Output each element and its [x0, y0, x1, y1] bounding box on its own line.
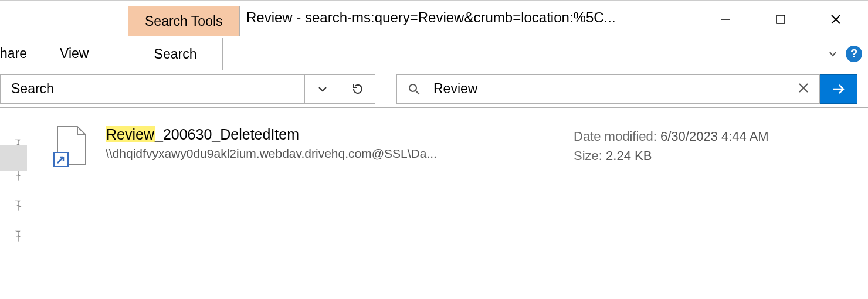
address-history-dropdown[interactable] [304, 75, 340, 103]
search-results: Review_200630_DeletedItem \\dhqidfvyxawy… [35, 108, 868, 299]
close-button[interactable] [808, 1, 863, 38]
ribbon-tab-view[interactable]: View [43, 38, 105, 70]
ribbon-tabs: hare View Search ? [0, 38, 868, 70]
result-name-column: Review_200630_DeletedItem \\dhqidfvyxawy… [106, 125, 557, 161]
size-value: 2.24 KB [606, 148, 652, 163]
ribbon-contextual-tab-label: Search Tools [145, 13, 223, 29]
result-filename: Review_200630_DeletedItem [106, 125, 557, 143]
body: Review_200630_DeletedItem \\dhqidfvyxawy… [0, 108, 868, 299]
search-go-button[interactable] [820, 74, 857, 104]
svg-point-4 [409, 84, 416, 91]
address-text[interactable]: Search [1, 75, 304, 103]
result-path: \\dhqidfvyxawy0du9akl2ium.webdav.drivehq… [106, 147, 557, 161]
search-icon [408, 83, 421, 96]
minimize-icon [720, 13, 731, 25]
search-input[interactable] [432, 80, 783, 97]
file-icon [53, 125, 89, 168]
help-button[interactable]: ? [846, 46, 862, 62]
close-icon [830, 13, 842, 25]
titlebar: Search Tools Review - search-ms:query=Re… [0, 1, 868, 38]
pin-icon [11, 229, 24, 242]
collapse-ribbon-button[interactable] [825, 46, 841, 62]
quick-access-pin[interactable] [11, 229, 24, 242]
chevron-down-icon [828, 49, 838, 59]
refresh-icon [351, 83, 364, 96]
nav-selection-highlight [0, 145, 27, 171]
ribbon-tab-label: hare [0, 46, 27, 62]
nav-row: Search [0, 70, 868, 108]
arrow-right-icon [831, 81, 846, 97]
svg-line-5 [416, 91, 419, 94]
close-icon [798, 83, 809, 93]
chevron-down-icon [317, 84, 328, 94]
address-bar[interactable]: Search [0, 74, 375, 104]
search-result-item[interactable]: Review_200630_DeletedItem \\dhqidfvyxawy… [53, 125, 856, 172]
nav-pane [0, 108, 35, 299]
pin-icon [11, 198, 24, 211]
result-meta: Date modified: 6/30/2023 4:44 AM Size: 2… [574, 125, 769, 165]
ribbon-tab-share[interactable]: hare [0, 38, 43, 70]
maximize-button[interactable] [753, 1, 808, 38]
date-modified-value: 6/30/2023 4:44 AM [660, 129, 769, 144]
quick-access-pin[interactable] [11, 198, 24, 211]
ribbon-right-controls: ? [825, 46, 868, 62]
size-label: Size: [574, 148, 602, 163]
date-modified-label: Date modified: [574, 129, 657, 144]
search-box [396, 74, 857, 104]
shortcut-file-icon [53, 125, 89, 168]
ribbon-tab-label: View [60, 46, 89, 62]
window-title: Review - search-ms:query=Review&crumb=lo… [246, 9, 669, 26]
maximize-icon [775, 13, 786, 25]
ribbon-contextual-tab-search-tools[interactable]: Search Tools [128, 6, 240, 36]
search-field[interactable] [396, 74, 820, 104]
filename-highlight: Review [106, 126, 155, 142]
filename-rest: _200630_DeletedItem [155, 126, 299, 142]
ribbon-tab-label: Search [154, 46, 197, 62]
refresh-button[interactable] [340, 75, 375, 103]
help-icon: ? [850, 47, 857, 60]
minimize-button[interactable] [698, 1, 753, 38]
clear-search-button[interactable] [795, 83, 812, 96]
ribbon-tab-search[interactable]: Search [128, 38, 223, 70]
svg-rect-1 [777, 15, 785, 23]
window-controls [698, 1, 863, 38]
